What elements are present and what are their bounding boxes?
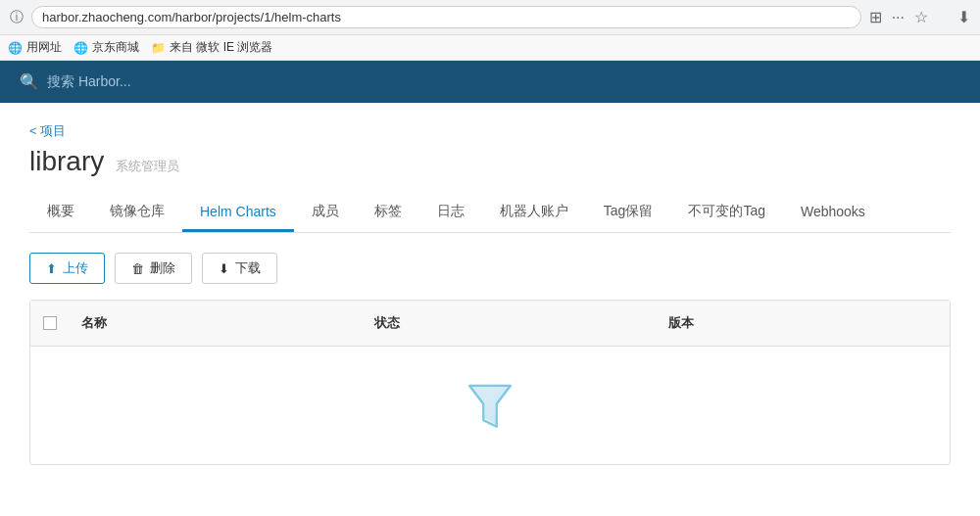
globe-icon: 🌐 [8, 41, 23, 55]
download-icon[interactable]: ⬇ [957, 8, 970, 26]
download-button[interactable]: ⬇ 下载 [202, 253, 277, 284]
tab-tag-retention[interactable]: Tag保留 [586, 193, 671, 233]
globe-icon-jd: 🌐 [74, 41, 88, 55]
upload-icon: ⬆ [46, 261, 57, 276]
search-icon: 🔍 [20, 72, 39, 91]
empty-state [466, 379, 514, 433]
tab-members[interactable]: 成员 [294, 193, 357, 233]
delete-button[interactable]: 🗑 删除 [115, 253, 192, 284]
select-all-checkbox[interactable] [43, 316, 57, 330]
download-arrow-icon: ⬇ [219, 261, 229, 276]
browser-actions: ⊞ ··· ☆ ⬇ [869, 8, 970, 26]
app-header: 🔍 搜索 Harbor... [0, 61, 980, 103]
tab-immutable[interactable]: 不可变的Tag [670, 193, 783, 233]
table-body [30, 347, 950, 464]
project-name: library [29, 146, 104, 177]
th-checkbox [30, 310, 70, 336]
address-bar[interactable]: harbor.zhaocheng.com/harbor/projects/1/h… [31, 6, 861, 28]
tab-tags[interactable]: 标签 [357, 193, 419, 233]
breadcrumb[interactable]: < 项目 [29, 122, 951, 140]
th-status: 状态 [363, 310, 656, 336]
th-name: 名称 [70, 310, 363, 336]
table-header: 名称 状态 版本 [30, 301, 950, 347]
upload-button[interactable]: ⬆ 上传 [29, 253, 105, 284]
menu-icon[interactable]: ··· [892, 9, 905, 26]
search-placeholder[interactable]: 搜索 Harbor... [47, 73, 131, 91]
th-version: 版本 [657, 310, 950, 336]
bookmark-weburl[interactable]: 🌐 用网址 [8, 39, 62, 56]
info-icon: ⓘ [10, 9, 24, 26]
star-icon[interactable]: ☆ [914, 8, 928, 26]
bookmark-ie-label: 来自 微软 IE 浏览器 [170, 39, 272, 56]
main-content: < 项目 library 系统管理员 概要 镜像仓库 Helm Charts 成… [0, 103, 980, 485]
tab-logs[interactable]: 日志 [419, 193, 482, 233]
upload-label: 上传 [63, 259, 88, 277]
address-text: harbor.zhaocheng.com/harbor/projects/1/h… [42, 10, 341, 24]
bookmark-label: 用网址 [26, 39, 62, 56]
qr-icon[interactable]: ⊞ [869, 8, 882, 26]
delete-label: 删除 [150, 259, 175, 277]
tab-overview[interactable]: 概要 [29, 193, 92, 233]
bookmark-ie[interactable]: 📁 来自 微软 IE 浏览器 [151, 39, 272, 56]
tab-images[interactable]: 镜像仓库 [92, 193, 182, 233]
bookmark-jd-label: 京东商城 [92, 39, 139, 56]
project-title: library 系统管理员 [29, 146, 951, 177]
tab-robots[interactable]: 机器人账户 [482, 193, 586, 233]
tab-helm[interactable]: Helm Charts [182, 194, 294, 232]
browser-bar: ⓘ harbor.zhaocheng.com/harbor/projects/1… [0, 0, 980, 35]
download-label: 下载 [235, 259, 261, 277]
project-role: 系统管理员 [116, 158, 179, 175]
trash-icon: 🗑 [131, 261, 144, 276]
folder-icon: 📁 [151, 41, 166, 55]
tab-webhooks[interactable]: Webhooks [783, 194, 883, 232]
toolbar: ⬆ 上传 🗑 删除 ⬇ 下载 [29, 253, 951, 284]
filter-icon [466, 379, 514, 433]
bookmark-jd[interactable]: 🌐 京东商城 [74, 39, 139, 56]
table-container: 名称 状态 版本 [29, 300, 951, 465]
tabs: 概要 镜像仓库 Helm Charts 成员 标签 日志 机器人账户 Tag保留… [29, 193, 951, 233]
search-bar: 🔍 搜索 Harbor... [20, 72, 960, 91]
bookmarks-bar: 🌐 用网址 🌐 京东商城 📁 来自 微软 IE 浏览器 [0, 35, 980, 61]
svg-marker-1 [472, 387, 509, 424]
